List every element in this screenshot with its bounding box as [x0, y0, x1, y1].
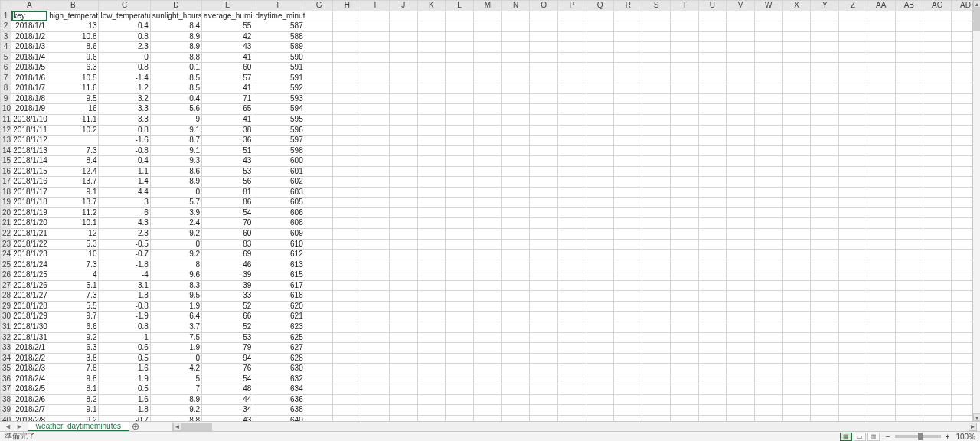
cell[interactable]: [305, 332, 333, 343]
cell[interactable]: [895, 280, 923, 291]
cell[interactable]: [782, 207, 811, 218]
cell[interactable]: -1: [99, 332, 150, 343]
cell[interactable]: [389, 229, 417, 240]
cell[interactable]: [698, 63, 727, 74]
tab-nav-buttons[interactable]: ◄ ►: [0, 422, 28, 431]
cell[interactable]: [782, 136, 811, 146]
cell[interactable]: 592: [253, 83, 305, 94]
cell[interactable]: [698, 280, 727, 291]
cell[interactable]: [614, 291, 642, 302]
cell[interactable]: [727, 63, 755, 74]
cell[interactable]: [530, 332, 558, 343]
cell[interactable]: [698, 218, 727, 229]
cell[interactable]: [473, 343, 501, 354]
cell[interactable]: 2018/1/8: [11, 93, 47, 104]
cell[interactable]: [670, 73, 698, 83]
cell[interactable]: 10: [47, 250, 99, 260]
cell[interactable]: [895, 115, 923, 126]
cell[interactable]: [811, 42, 839, 53]
cell[interactable]: [530, 145, 558, 156]
cell[interactable]: 2018/2/4: [11, 374, 47, 384]
row-header[interactable]: 1: [1, 11, 11, 21]
cell[interactable]: [361, 239, 390, 250]
cell[interactable]: [614, 250, 642, 260]
cell[interactable]: 591: [253, 63, 305, 74]
cell[interactable]: 94: [202, 353, 253, 364]
cell[interactable]: [389, 301, 417, 312]
cell[interactable]: [614, 374, 642, 384]
cell[interactable]: [811, 83, 839, 94]
cell[interactable]: [642, 415, 671, 421]
cell[interactable]: [614, 115, 642, 126]
cell[interactable]: [47, 136, 99, 146]
cell[interactable]: [501, 239, 530, 250]
cell[interactable]: [642, 198, 671, 208]
cell[interactable]: [446, 270, 474, 281]
cell[interactable]: [923, 177, 952, 188]
cell[interactable]: [614, 198, 642, 208]
cell[interactable]: [446, 166, 474, 177]
cell[interactable]: [389, 115, 417, 126]
cell[interactable]: [754, 405, 782, 416]
cell[interactable]: [670, 322, 698, 332]
cell[interactable]: [361, 415, 390, 421]
cell[interactable]: [782, 291, 811, 302]
cell[interactable]: [670, 104, 698, 115]
column-header[interactable]: F: [253, 1, 305, 11]
cell[interactable]: [811, 301, 839, 312]
cell[interactable]: 79: [202, 343, 253, 354]
cell[interactable]: 613: [253, 260, 305, 270]
cell[interactable]: [473, 322, 501, 332]
cell[interactable]: [923, 166, 952, 177]
cell[interactable]: 2018/1/16: [11, 177, 47, 188]
cell[interactable]: [895, 156, 923, 167]
cell[interactable]: [727, 280, 755, 291]
worksheet-grid[interactable]: ABCDEFGHIJKLMNOPQRSTUVWXYZAAABACAD 1keyh…: [0, 0, 980, 421]
cell[interactable]: [754, 280, 782, 291]
cell[interactable]: [305, 136, 333, 146]
cell[interactable]: 0.6: [99, 343, 150, 354]
cell[interactable]: [333, 415, 361, 421]
cell[interactable]: 2018/1/18: [11, 198, 47, 208]
cell[interactable]: 2.3: [99, 229, 150, 240]
cell[interactable]: [727, 270, 755, 281]
cell[interactable]: [839, 125, 867, 136]
cell[interactable]: 43: [202, 156, 253, 167]
cell[interactable]: average_humidity: [202, 11, 253, 21]
cell[interactable]: [923, 21, 952, 32]
cell[interactable]: [839, 73, 867, 83]
cell[interactable]: [811, 187, 839, 198]
cell[interactable]: 603: [253, 187, 305, 198]
cell[interactable]: [923, 260, 952, 270]
cell[interactable]: [389, 31, 417, 42]
cell[interactable]: [754, 145, 782, 156]
cell[interactable]: [698, 332, 727, 343]
cell[interactable]: 9.5: [47, 93, 99, 104]
cell[interactable]: [642, 136, 671, 146]
cell[interactable]: 2018/1/6: [11, 73, 47, 83]
cell[interactable]: [754, 291, 782, 302]
cell[interactable]: 8.6: [47, 42, 99, 53]
cell[interactable]: 5.1: [47, 280, 99, 291]
cell[interactable]: [473, 73, 501, 83]
cell[interactable]: [473, 405, 501, 416]
cell[interactable]: 60: [202, 63, 253, 74]
cell[interactable]: [333, 177, 361, 188]
cell[interactable]: [642, 156, 671, 167]
cell[interactable]: 7.3: [47, 291, 99, 302]
cell[interactable]: [867, 405, 895, 416]
cell[interactable]: [839, 374, 867, 384]
cell[interactable]: [305, 343, 333, 354]
cell[interactable]: [782, 177, 811, 188]
cell[interactable]: [586, 104, 614, 115]
cell[interactable]: [754, 218, 782, 229]
cell[interactable]: [361, 291, 390, 302]
cell[interactable]: [530, 239, 558, 250]
cell[interactable]: [670, 250, 698, 260]
cell[interactable]: 7.3: [47, 260, 99, 270]
cell[interactable]: [586, 250, 614, 260]
cell[interactable]: [670, 270, 698, 281]
cell[interactable]: [446, 21, 474, 32]
cell[interactable]: [698, 136, 727, 146]
cell[interactable]: -1.6: [99, 394, 150, 405]
